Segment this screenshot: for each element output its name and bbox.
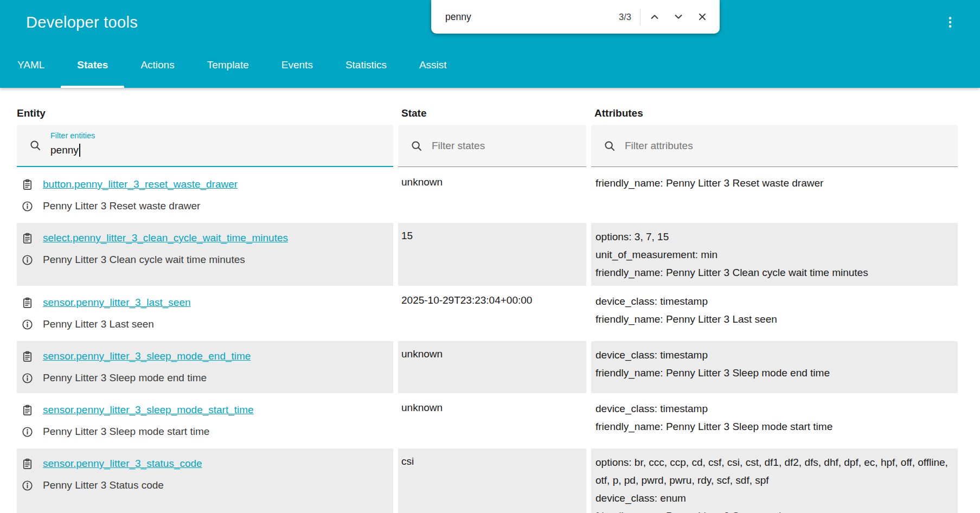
attributes-cell: options: br, ccc, ccp, cd, csf, csi, cst… bbox=[591, 448, 958, 513]
entity-info-icon[interactable] bbox=[20, 478, 34, 492]
entity-info-icon[interactable] bbox=[20, 425, 34, 439]
table-row: sensor.penny_litter_3_sleep_mode_start_t… bbox=[17, 395, 980, 447]
attributes-cell: device_class: timestamp friendly_name: P… bbox=[591, 341, 958, 393]
tab-yaml[interactable]: YAML bbox=[1, 42, 61, 88]
entity-cell: sensor.penny_litter_3_last_seen Penny Li… bbox=[17, 287, 393, 339]
entity-info-icon[interactable] bbox=[20, 253, 34, 267]
state-cell: unknown bbox=[398, 169, 586, 221]
tab-bar: YAML States Actions Template Events Stat… bbox=[1, 42, 463, 88]
entity-cell: select.penny_litter_3_clean_cycle_wait_t… bbox=[17, 223, 393, 286]
state-filter-field bbox=[398, 125, 586, 167]
find-match-count: 3/3 bbox=[619, 12, 631, 22]
table-row: sensor.penny_litter_3_sleep_mode_end_tim… bbox=[17, 341, 980, 393]
state-cell: csi bbox=[398, 448, 586, 513]
entity-link[interactable]: sensor.penny_litter_3_sleep_mode_start_t… bbox=[43, 404, 254, 416]
tab-statistics[interactable]: Statistics bbox=[329, 42, 403, 88]
table-row: select.penny_litter_3_clean_cycle_wait_t… bbox=[17, 223, 980, 286]
state-cell: 15 bbox=[398, 223, 586, 286]
entity-friendly-name: Penny Litter 3 Reset waste drawer bbox=[43, 200, 200, 212]
table-row: sensor.penny_litter_3_last_seen Penny Li… bbox=[17, 287, 980, 339]
states-panel: Entity State Attributes Filter entities … bbox=[0, 88, 980, 513]
entity-cell: button.penny_litter_3_reset_waste_drawer… bbox=[17, 169, 393, 221]
entity-filter-input[interactable]: Filter entities penny bbox=[17, 125, 393, 167]
column-header-entity: Entity bbox=[17, 107, 393, 119]
table-row: button.penny_litter_3_reset_waste_drawer… bbox=[17, 169, 980, 221]
tab-template[interactable]: Template bbox=[191, 42, 265, 88]
entity-table: button.penny_litter_3_reset_waste_drawer… bbox=[17, 169, 980, 513]
copy-entity-id-icon[interactable] bbox=[20, 296, 34, 310]
entity-link[interactable]: sensor.penny_litter_3_status_code bbox=[43, 458, 202, 470]
overflow-menu-button[interactable] bbox=[940, 12, 960, 33]
find-input[interactable]: penny bbox=[445, 11, 619, 23]
search-icon bbox=[603, 139, 616, 152]
copy-entity-id-icon[interactable] bbox=[20, 177, 34, 191]
tab-states[interactable]: States bbox=[61, 42, 124, 88]
find-next-button[interactable] bbox=[667, 5, 690, 29]
entity-info-icon[interactable] bbox=[20, 317, 34, 331]
entity-friendly-name: Penny Litter 3 Sleep mode end time bbox=[43, 372, 207, 384]
entity-friendly-name: Penny Litter 3 Sleep mode start time bbox=[43, 426, 209, 438]
browser-find-bar: penny 3/3 bbox=[431, 0, 720, 34]
entity-link[interactable]: sensor.penny_litter_3_sleep_mode_end_tim… bbox=[43, 350, 251, 362]
filter-row: Filter entities penny bbox=[17, 125, 980, 167]
entity-filter-value: penny bbox=[50, 144, 79, 156]
state-cell: unknown bbox=[398, 341, 586, 393]
copy-entity-id-icon[interactable] bbox=[20, 231, 34, 245]
state-cell: unknown bbox=[398, 395, 586, 447]
attributes-cell: device_class: timestamp friendly_name: P… bbox=[591, 395, 958, 447]
column-headers: Entity State Attributes bbox=[17, 107, 980, 119]
attributes-filter-input[interactable] bbox=[625, 125, 952, 166]
entity-cell: sensor.penny_litter_3_status_code Penny … bbox=[17, 448, 393, 513]
column-header-attributes: Attributes bbox=[591, 107, 958, 119]
attributes-cell: device_class: timestamp friendly_name: P… bbox=[591, 287, 958, 339]
state-filter-input[interactable] bbox=[432, 125, 581, 166]
entity-friendly-name: Penny Litter 3 Last seen bbox=[43, 318, 154, 330]
tab-assist[interactable]: Assist bbox=[403, 42, 463, 88]
entity-link[interactable]: button.penny_litter_3_reset_waste_drawer bbox=[43, 178, 238, 190]
find-previous-button[interactable] bbox=[643, 5, 667, 29]
copy-entity-id-icon[interactable] bbox=[20, 349, 34, 363]
attributes-cell: friendly_name: Penny Litter 3 Reset wast… bbox=[591, 169, 958, 221]
column-header-state: State bbox=[398, 107, 586, 119]
entity-link[interactable]: sensor.penny_litter_3_last_seen bbox=[43, 297, 191, 309]
tab-events[interactable]: Events bbox=[265, 42, 329, 88]
text-caret bbox=[79, 144, 80, 157]
state-cell: 2025-10-29T23:23:04+00:00 bbox=[398, 287, 586, 339]
copy-entity-id-icon[interactable] bbox=[20, 457, 34, 471]
entity-cell: sensor.penny_litter_3_sleep_mode_start_t… bbox=[17, 395, 393, 447]
entity-info-icon[interactable] bbox=[20, 371, 34, 385]
entity-friendly-name: Penny Litter 3 Status code bbox=[43, 479, 164, 491]
copy-entity-id-icon[interactable] bbox=[20, 403, 34, 417]
find-close-button[interactable] bbox=[690, 5, 714, 29]
entity-filter-label: Filter entities bbox=[50, 131, 95, 140]
entity-friendly-name: Penny Litter 3 Clean cycle wait time min… bbox=[43, 254, 245, 266]
entity-info-icon[interactable] bbox=[20, 199, 34, 213]
entity-link[interactable]: select.penny_litter_3_clean_cycle_wait_t… bbox=[43, 232, 288, 244]
search-icon bbox=[410, 139, 423, 152]
attributes-filter-field bbox=[591, 125, 958, 167]
tab-actions[interactable]: Actions bbox=[124, 42, 190, 88]
entity-cell: sensor.penny_litter_3_sleep_mode_end_tim… bbox=[17, 341, 393, 393]
search-icon bbox=[29, 139, 42, 152]
find-divider bbox=[640, 9, 640, 25]
attributes-cell: options: 3, 7, 15 unit_of_measurement: m… bbox=[591, 223, 958, 286]
table-row: sensor.penny_litter_3_status_code Penny … bbox=[17, 448, 980, 513]
